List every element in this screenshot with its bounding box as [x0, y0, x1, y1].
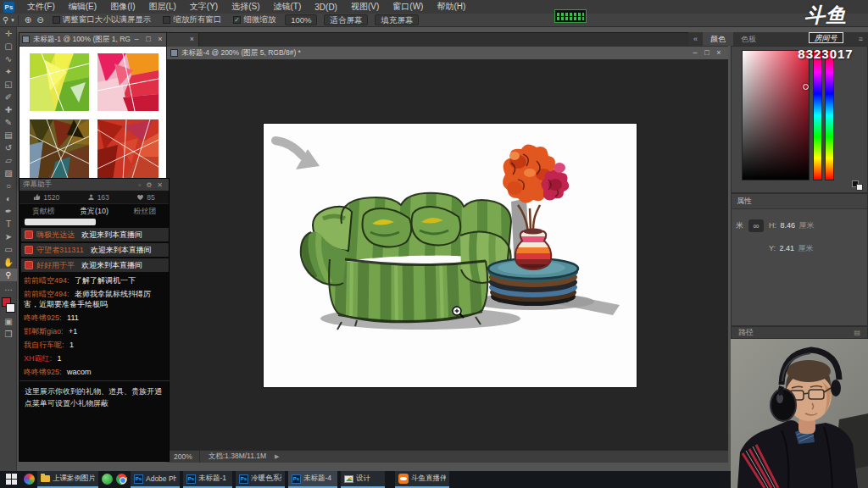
menu-edit[interactable]: 编辑(E)	[63, 0, 103, 14]
menu-filter[interactable]: 滤镜(T)	[268, 0, 308, 14]
menu-type[interactable]: 文字(Y)	[184, 0, 224, 14]
fit-screen-button[interactable]: 适合屏幕	[324, 14, 368, 25]
window-titlebar[interactable]: 未标题-4 @ 200% (图层 5, RGB/8#) * – □ ×	[167, 47, 728, 59]
close-button[interactable]: ×	[713, 48, 725, 58]
close-button[interactable]: ×	[154, 35, 166, 45]
hand-tool[interactable]: ✋	[0, 256, 17, 269]
zoom-out-button[interactable]: ⊖	[34, 15, 46, 25]
more-tools-button[interactable]: …	[0, 281, 17, 294]
actual-pixels-button[interactable]: 100%	[285, 14, 317, 25]
menu-view[interactable]: 视图(V)	[345, 0, 385, 14]
shape-tool[interactable]: ▭	[0, 243, 17, 256]
hearts-count: 85	[147, 193, 154, 202]
y-value[interactable]: 2.41	[778, 244, 797, 252]
menu-help[interactable]: 帮助(H)	[431, 0, 471, 14]
background-color-swatch[interactable]	[6, 303, 15, 313]
scrubby-zoom-checkbox[interactable]: ✓ 细微缩放	[233, 14, 275, 25]
collapse-panels-icon[interactable]: «	[688, 35, 703, 43]
y-field[interactable]: Y: 2.41 厘米	[769, 243, 814, 254]
taskbar-untitled4-button[interactable]: Ps 未标题-4 @ 200%...	[288, 471, 337, 488]
eraser-tool[interactable]: ▱	[0, 154, 17, 167]
crop-tool[interactable]: ◱	[0, 78, 17, 91]
quick-mask-button[interactable]: ▣	[0, 315, 17, 328]
panel-menu-icon[interactable]: ≡	[854, 35, 868, 43]
tab-vip[interactable]: 贵宾(10)	[80, 206, 108, 217]
screen-mode-button[interactable]: ❐	[0, 328, 17, 341]
height-field[interactable]: H: 8.46 厘米	[769, 220, 815, 231]
document-window-untitled-4[interactable]: × 未标题-4 @ 200% (图层 5, RGB/8#) * – □ ×	[166, 32, 727, 462]
tab-contribution[interactable]: 贡献榜	[32, 206, 55, 217]
danmu-assistant-panel: 弹幕助手 ▫ ⚙ ✕ 1520 163 85 贡献榜 贵宾(10) 粉丝团	[19, 178, 170, 462]
minimize-button[interactable]: –	[131, 35, 142, 45]
paths-panel-header[interactable]: 路径 ▤	[731, 326, 868, 339]
lasso-tool[interactable]: ∿	[0, 53, 17, 65]
browser-360-icon[interactable]	[102, 474, 113, 485]
resize-windows-checkbox[interactable]: 调整窗口大小以满屏显示	[53, 14, 152, 25]
color-picker-cursor[interactable]	[803, 84, 809, 90]
hue-slider[interactable]	[813, 50, 822, 180]
zoom-level-field[interactable]: 200%	[167, 451, 200, 463]
saturation-brightness-field[interactable]	[742, 50, 810, 180]
marquee-tool[interactable]: ▢	[0, 40, 17, 53]
maximize-button[interactable]: □	[701, 48, 713, 58]
link-dimensions-icon[interactable]: ∞	[748, 219, 764, 232]
pinwheel-app-icon[interactable]	[24, 474, 35, 485]
settings-icon[interactable]: ⚙	[143, 181, 154, 189]
menu-select[interactable]: 选择(S)	[225, 0, 265, 14]
window-titlebar[interactable]: 未标题-1 @ 100% (图层 1, RGB/8#) * – □ ×	[19, 33, 169, 47]
menu-window[interactable]: 窗口(W)	[387, 0, 429, 14]
eyedropper-tool[interactable]: ✐	[0, 91, 17, 103]
hue-slider-secondary[interactable]	[825, 50, 834, 180]
canvas-untitled-1[interactable]	[19, 47, 169, 187]
pen-tool[interactable]: ✒	[0, 205, 17, 218]
properties-panel-header[interactable]: 属性	[732, 194, 867, 209]
type-tool[interactable]: T	[0, 218, 17, 230]
taskbar-design-button[interactable]: 设计	[341, 471, 385, 488]
canvas-page[interactable]	[264, 124, 637, 387]
chrome-icon[interactable]	[116, 474, 127, 485]
fill-screen-button[interactable]: 填充屏幕	[375, 14, 419, 25]
taskbar-douyu-button[interactable]: 斗鱼直播伴侣	[395, 471, 449, 488]
close-icon[interactable]: ✕	[154, 181, 165, 189]
background-document-tab[interactable]: ×	[167, 33, 199, 47]
streamer-video	[731, 339, 868, 488]
dodge-tool[interactable]: ◐	[0, 192, 17, 205]
chat-message-list: 嗨极光达达 欢迎来到本直播间 守望者311311 欢迎来到本直播间 好好用于平 …	[19, 226, 170, 379]
move-tool[interactable]: ✛	[0, 27, 17, 40]
zoom-in-button[interactable]: ⊕	[22, 15, 34, 25]
default-colors-icon[interactable]	[852, 180, 864, 191]
clone-stamp-tool[interactable]: ▤	[0, 129, 17, 141]
taskbar-photoshop-button[interactable]: Ps Adobe Photoshop..	[131, 471, 180, 488]
maximize-button[interactable]: □	[142, 35, 154, 45]
pin-icon[interactable]: ▫	[136, 181, 143, 189]
height-value[interactable]: 8.46	[779, 221, 798, 230]
tool-preset-caret-icon[interactable]: ▾	[11, 17, 14, 24]
magic-wand-tool[interactable]: ✦	[0, 65, 17, 78]
path-selection-tool[interactable]: ➤	[0, 230, 17, 243]
menu-file[interactable]: 文件(F)	[21, 0, 61, 14]
menu-3d[interactable]: 3D(D)	[309, 2, 343, 13]
taskbar-untitled1-button[interactable]: Ps 未标题-1 @ 100%...	[183, 471, 232, 488]
canvas-scroll-area[interactable]	[167, 59, 728, 450]
zoom-all-windows-checkbox[interactable]: 缩放所有窗口	[163, 14, 221, 25]
zoom-tool-icon[interactable]: ⚲	[0, 15, 11, 25]
healing-brush-tool[interactable]: ✚	[0, 103, 17, 116]
menu-image[interactable]: 图像(I)	[104, 0, 141, 14]
blur-tool[interactable]: ○	[0, 180, 17, 192]
tab-fanclub[interactable]: 粉丝团	[133, 206, 156, 217]
document-window-untitled-1[interactable]: 未标题-1 @ 100% (图层 1, RGB/8#) * – □ ×	[19, 32, 170, 188]
tab-swatches-panel[interactable]: 色板	[733, 32, 764, 46]
tab-color-panel[interactable]: 颜色	[703, 32, 733, 46]
menu-layer[interactable]: 图层(L)	[143, 0, 182, 14]
start-button[interactable]	[6, 474, 17, 485]
danmu-panel-header[interactable]: 弹幕助手 ▫ ⚙ ✕	[19, 179, 169, 191]
status-flyout-arrow[interactable]: ▶	[275, 453, 279, 460]
history-brush-tool[interactable]: ↺	[0, 141, 17, 154]
taskbar-jpg-button[interactable]: Ps 冷暖色系列jpg @...	[236, 471, 285, 488]
minimize-button[interactable]: –	[689, 48, 701, 58]
taskbar-folder-button[interactable]: 上课案例图片	[37, 471, 98, 488]
zoom-tool[interactable]: ⚲	[0, 269, 17, 281]
paths-panel-menu-icon[interactable]: ▤	[854, 329, 860, 336]
gradient-tool[interactable]: ▨	[0, 167, 17, 180]
brush-tool[interactable]: ✎	[0, 116, 17, 129]
